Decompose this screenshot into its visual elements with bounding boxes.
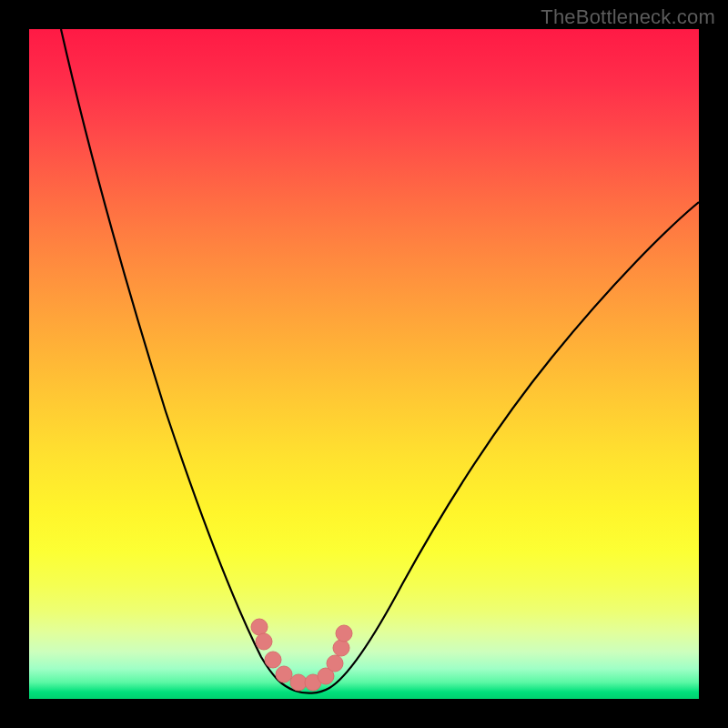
marker-dot [251, 619, 268, 635]
curve-svg [29, 29, 699, 699]
marker-dot [336, 625, 352, 642]
marker-dot [290, 674, 307, 691]
marker-dot [256, 633, 272, 650]
plot-area [29, 29, 699, 699]
marker-dot [265, 652, 281, 668]
v-curve [61, 29, 699, 693]
marker-dot [327, 655, 343, 672]
watermark-text: TheBottleneck.com [541, 5, 715, 29]
marker-dot [276, 666, 292, 682]
marker-dot [333, 640, 349, 656]
marker-group [251, 619, 352, 691]
chart-frame: TheBottleneck.com [0, 0, 728, 728]
